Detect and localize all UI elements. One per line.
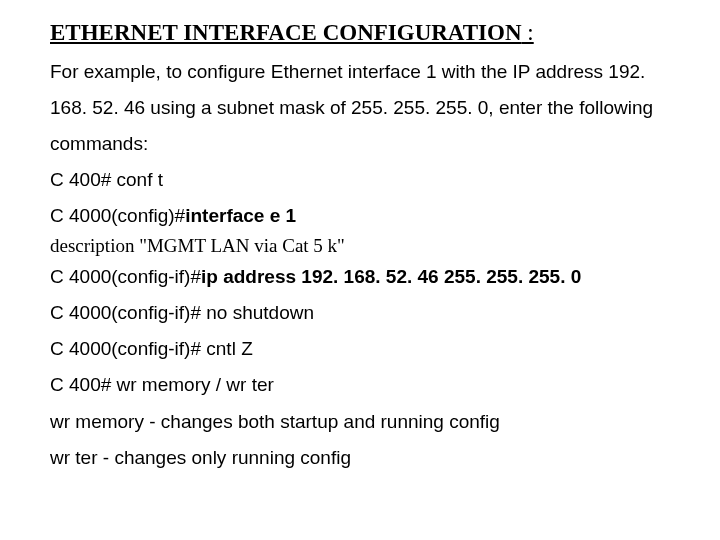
note-wr-ter: wr ter - changes only running config — [50, 440, 670, 476]
command-interface: interface e 1 — [185, 205, 296, 226]
command-line-1: C 400# conf t — [50, 162, 670, 198]
section-heading: ETHERNET INTERFACE CONFIGURATION : — [50, 20, 670, 46]
description-line: description "MGMT LAN via Cat 5 k" — [50, 234, 670, 259]
command-line-6: C 4000(config-if)# cntl Z — [50, 331, 670, 367]
heading-colon: : — [522, 20, 534, 45]
heading-text: ETHERNET INTERFACE CONFIGURATION — [50, 20, 522, 45]
command-ip-address: ip address 192. 168. 52. 46 255. 255. 25… — [201, 266, 581, 287]
intro-paragraph: For example, to configure Ethernet inter… — [50, 54, 670, 162]
prompt-config: C 4000(config)# — [50, 205, 185, 226]
command-line-7: C 400# wr memory / wr ter — [50, 367, 670, 403]
command-line-2: C 4000(config)#interface e 1 — [50, 198, 670, 234]
command-line-4: C 4000(config-if)#ip address 192. 168. 5… — [50, 259, 670, 295]
note-wr-memory: wr memory - changes both startup and run… — [50, 404, 670, 440]
command-line-5: C 4000(config-if)# no shutdown — [50, 295, 670, 331]
prompt-config-if: C 4000(config-if)# — [50, 266, 201, 287]
